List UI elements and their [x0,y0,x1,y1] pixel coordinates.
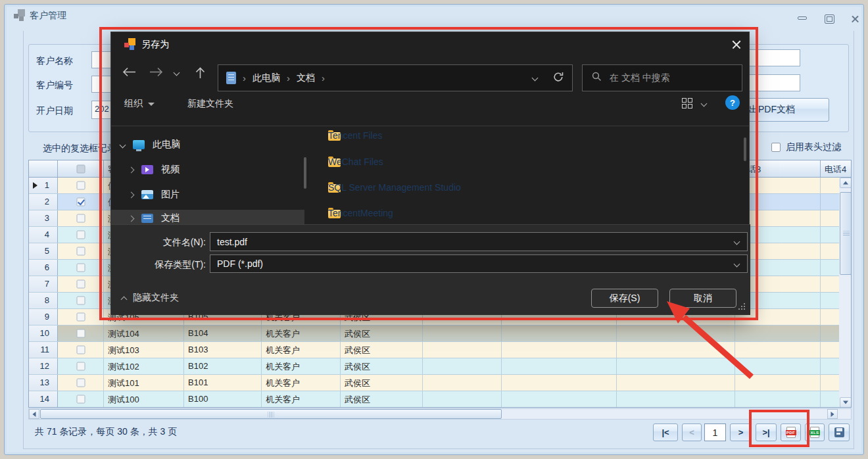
table-cell [502,375,617,391]
tree-item[interactable]: 图片 [111,186,304,203]
row-checkbox-cell[interactable] [58,358,104,374]
chevron-down-icon[interactable] [120,141,126,148]
export-xls-icon-button[interactable]: XLS [805,423,825,441]
resize-grip[interactable] [738,303,746,311]
row-checkbox[interactable] [76,362,85,371]
breadcrumb-this-pc[interactable]: 此电脑 [253,72,280,84]
vertical-scrollbar-thumb[interactable] [840,192,852,275]
row-checkbox-cell[interactable] [58,210,104,226]
first-page-button[interactable]: |< [653,423,678,441]
scroll-left-button[interactable] [29,409,39,419]
up-icon[interactable] [195,66,206,82]
row-checkbox[interactable] [76,395,85,404]
search-input[interactable]: 在 文档 中搜索 [582,64,742,91]
folder-list-item[interactable]: TencentMeeting [328,205,604,222]
page-number-input[interactable] [704,423,726,441]
table-row[interactable]: 10测试104B104机关客户武侯区 [29,326,852,342]
chevron-right-icon[interactable] [128,166,135,173]
row-checkbox[interactable] [76,198,85,206]
hide-folders-button[interactable]: 隐藏文件夹 [122,292,179,304]
header-filter-checkbox-box[interactable] [771,143,781,152]
recent-locations-chevron[interactable] [174,70,180,76]
row-checkbox[interactable] [76,280,85,289]
horizontal-scrollbar-thumb[interactable] [40,409,502,419]
minimize-button[interactable] [798,16,807,20]
row-checkbox[interactable] [76,346,85,354]
filename-input[interactable]: test.pdf [210,232,748,251]
row-checkbox-cell[interactable] [58,227,104,243]
save-button[interactable]: 保存(S) [591,289,658,308]
folder-list-item[interactable]: WeChat Files [328,153,604,170]
folder-list-item[interactable]: Tencent Files [328,127,604,144]
prev-page-button[interactable]: < [682,423,702,441]
grid-header-cell[interactable] [58,160,104,177]
folder-list-item[interactable]: SQL Server Management Studio [328,179,604,196]
row-checkbox-cell[interactable] [58,342,104,358]
forward-icon[interactable] [149,66,164,80]
select-all-checkbox[interactable] [76,164,85,173]
row-header-cell: 2 [29,194,58,210]
table-row[interactable]: 12测试102B102机关客户武侯区 [29,358,852,375]
chevron-right-icon[interactable] [128,191,135,198]
row-checkbox-cell[interactable] [58,309,104,325]
new-folder-button[interactable]: 新建文件夹 [187,98,233,110]
tree-item[interactable]: 此电脑 [111,136,304,153]
address-dropdown-chevron[interactable] [532,75,539,82]
row-checkbox[interactable] [76,379,85,387]
tree-item[interactable]: 视频 [111,161,304,178]
row-checkbox-cell[interactable] [58,391,104,407]
row-checkbox-cell[interactable] [58,260,104,276]
row-checkbox-cell[interactable] [58,276,104,292]
row-checkbox-cell[interactable] [58,243,104,259]
horizontal-scrollbar[interactable] [28,408,852,420]
table-cell [502,342,617,358]
view-mode-icon[interactable] [682,98,692,109]
refresh-icon[interactable] [553,72,564,85]
table-row[interactable]: 11测试103B103机关客户武侯区 [29,342,852,358]
row-checkbox[interactable] [76,231,85,239]
row-checkbox-cell[interactable] [58,326,104,341]
dialog-close-icon[interactable] [727,37,746,52]
scroll-right-button[interactable] [827,409,838,419]
breadcrumb-documents[interactable]: 文档 [297,72,315,84]
table-row[interactable]: 14测试100B100机关客户武侯区 [29,391,852,408]
maximize-button[interactable] [825,14,834,24]
row-checkbox[interactable] [76,297,85,305]
row-checkbox[interactable] [76,214,85,223]
organize-button[interactable]: 组织 [124,98,155,110]
back-icon[interactable] [122,66,136,80]
save-layout-button[interactable] [829,423,850,441]
export-pdf-icon-button[interactable]: PDF [781,423,801,441]
grid-header-cell[interactable] [29,160,58,177]
scroll-down-button[interactable] [840,397,852,408]
last-page-button[interactable]: >| [756,423,777,441]
row-checkbox[interactable] [76,329,85,338]
savetype-dropdown-chevron[interactable] [734,261,740,268]
row-checkbox-cell[interactable] [58,293,104,308]
chevron-right-icon[interactable] [128,215,135,222]
close-button[interactable] [850,14,860,24]
row-checkbox-cell[interactable] [58,178,104,193]
address-bar[interactable]: › 此电脑 › 文档 › [218,64,573,91]
row-checkbox-cell[interactable] [58,375,104,391]
row-checkbox[interactable] [76,313,85,322]
row-checkbox[interactable] [76,264,85,272]
row-checkbox[interactable] [76,247,85,256]
video-icon [141,165,153,174]
view-mode-chevron[interactable] [701,101,708,107]
row-checkbox-cell[interactable] [58,194,104,210]
header-filter-checkbox[interactable]: 启用表头过滤 [771,141,841,153]
table-row[interactable]: 13测试101B101机关客户武侯区 [29,375,852,391]
tree-scrollbar-thumb[interactable] [304,157,306,189]
list-scrollbar-thumb[interactable] [744,137,746,161]
help-icon[interactable]: ? [725,95,740,110]
record-count-status: 共 71 条记录，每页 30 条，共 3 页 [35,426,177,438]
scroll-up-button[interactable] [840,178,852,188]
next-page-button[interactable]: > [730,423,752,441]
vertical-scrollbar[interactable] [839,178,852,408]
savetype-select[interactable]: PDF (*.pdf) [210,254,748,273]
cancel-button[interactable]: 取消 [669,289,736,308]
row-checkbox[interactable] [76,181,85,190]
filename-dropdown-chevron[interactable] [734,239,740,245]
grid-header-cell[interactable]: 电话4 [821,160,852,177]
